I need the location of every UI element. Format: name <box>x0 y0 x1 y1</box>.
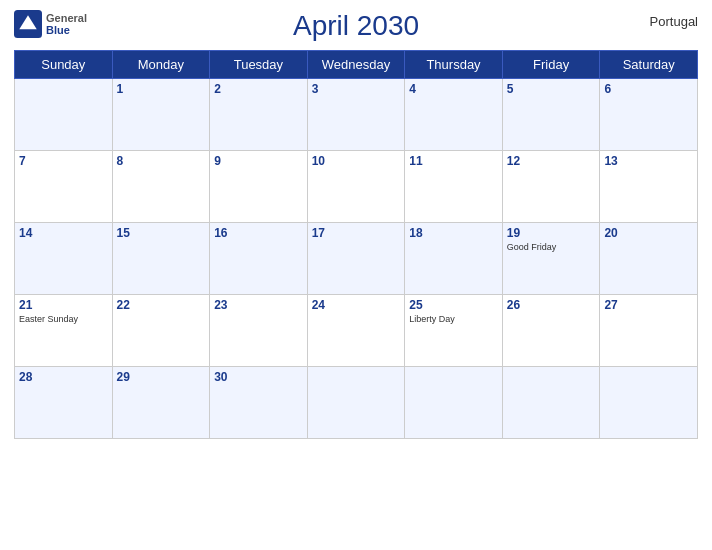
table-row <box>307 367 405 439</box>
calendar-header: General Blue April 2030 Portugal <box>14 10 698 42</box>
holiday-label: Good Friday <box>507 242 596 253</box>
day-number: 2 <box>214 82 303 96</box>
header-saturday: Saturday <box>600 51 698 79</box>
header-monday: Monday <box>112 51 210 79</box>
table-row: 13 <box>600 151 698 223</box>
holiday-label: Easter Sunday <box>19 314 108 325</box>
calendar-title: April 2030 <box>293 10 419 42</box>
table-row: 5 <box>502 79 600 151</box>
logo-text: General Blue <box>46 12 87 36</box>
table-row: 18 <box>405 223 503 295</box>
week-row-1: 123456 <box>15 79 698 151</box>
table-row: 4 <box>405 79 503 151</box>
table-row: 30 <box>210 367 308 439</box>
day-number: 7 <box>19 154 108 168</box>
week-row-2: 78910111213 <box>15 151 698 223</box>
table-row: 29 <box>112 367 210 439</box>
header-friday: Friday <box>502 51 600 79</box>
table-row: 26 <box>502 295 600 367</box>
day-number: 8 <box>117 154 206 168</box>
day-number: 3 <box>312 82 401 96</box>
country-label: Portugal <box>650 14 698 29</box>
generalblue-logo-icon <box>14 10 42 38</box>
day-number: 17 <box>312 226 401 240</box>
day-number: 22 <box>117 298 206 312</box>
table-row: 3 <box>307 79 405 151</box>
header-wednesday: Wednesday <box>307 51 405 79</box>
table-row: 14 <box>15 223 113 295</box>
day-number: 27 <box>604 298 693 312</box>
day-number: 23 <box>214 298 303 312</box>
day-number: 9 <box>214 154 303 168</box>
day-number: 30 <box>214 370 303 384</box>
table-row: 7 <box>15 151 113 223</box>
day-number: 5 <box>507 82 596 96</box>
day-number: 16 <box>214 226 303 240</box>
day-number: 25 <box>409 298 498 312</box>
day-number: 29 <box>117 370 206 384</box>
header-sunday: Sunday <box>15 51 113 79</box>
table-row: 16 <box>210 223 308 295</box>
calendar-container: General Blue April 2030 Portugal Sunday … <box>0 0 712 550</box>
logo-area: General Blue <box>14 10 87 38</box>
logo-general: General <box>46 12 87 24</box>
day-number: 13 <box>604 154 693 168</box>
table-row: 21Easter Sunday <box>15 295 113 367</box>
table-row <box>15 79 113 151</box>
header-tuesday: Tuesday <box>210 51 308 79</box>
day-number: 4 <box>409 82 498 96</box>
table-row <box>502 367 600 439</box>
day-number: 11 <box>409 154 498 168</box>
table-row: 9 <box>210 151 308 223</box>
day-number: 28 <box>19 370 108 384</box>
table-row: 27 <box>600 295 698 367</box>
table-row: 2 <box>210 79 308 151</box>
week-row-4: 21Easter Sunday22232425Liberty Day2627 <box>15 295 698 367</box>
table-row: 15 <box>112 223 210 295</box>
table-row: 12 <box>502 151 600 223</box>
day-number: 20 <box>604 226 693 240</box>
day-number: 15 <box>117 226 206 240</box>
logo-blue: Blue <box>46 24 87 36</box>
header-thursday: Thursday <box>405 51 503 79</box>
day-number: 19 <box>507 226 596 240</box>
table-row: 19Good Friday <box>502 223 600 295</box>
week-row-5: 282930 <box>15 367 698 439</box>
week-row-3: 141516171819Good Friday20 <box>15 223 698 295</box>
table-row: 25Liberty Day <box>405 295 503 367</box>
table-row: 20 <box>600 223 698 295</box>
table-row <box>405 367 503 439</box>
table-row <box>600 367 698 439</box>
day-number: 26 <box>507 298 596 312</box>
weekday-header-row: Sunday Monday Tuesday Wednesday Thursday… <box>15 51 698 79</box>
table-row: 11 <box>405 151 503 223</box>
day-number: 12 <box>507 154 596 168</box>
holiday-label: Liberty Day <box>409 314 498 325</box>
day-number: 24 <box>312 298 401 312</box>
calendar-grid: Sunday Monday Tuesday Wednesday Thursday… <box>14 50 698 439</box>
table-row: 17 <box>307 223 405 295</box>
table-row: 28 <box>15 367 113 439</box>
day-number: 14 <box>19 226 108 240</box>
table-row: 8 <box>112 151 210 223</box>
table-row: 6 <box>600 79 698 151</box>
day-number: 6 <box>604 82 693 96</box>
table-row: 10 <box>307 151 405 223</box>
table-row: 23 <box>210 295 308 367</box>
day-number: 1 <box>117 82 206 96</box>
day-number: 18 <box>409 226 498 240</box>
table-row: 22 <box>112 295 210 367</box>
table-row: 1 <box>112 79 210 151</box>
table-row: 24 <box>307 295 405 367</box>
day-number: 10 <box>312 154 401 168</box>
day-number: 21 <box>19 298 108 312</box>
